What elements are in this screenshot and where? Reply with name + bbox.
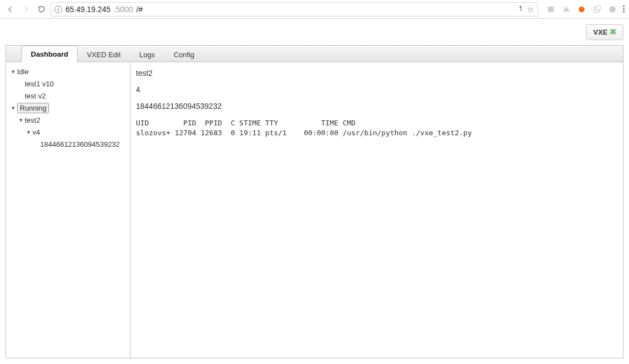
tab-dashboard[interactable]: Dashboard <box>21 46 78 62</box>
url-path: /# <box>136 5 143 14</box>
main-output: test2 4 18446612136094539232 UID PID PPI… <box>130 62 623 358</box>
tree-label: 18446612136094539232 <box>40 140 120 148</box>
bookmark-star-icon[interactable]: ☆ <box>527 5 534 14</box>
output-name: test2 <box>136 69 617 78</box>
extension-drive-icon[interactable] <box>561 4 571 14</box>
extension-orange-icon[interactable] <box>577 4 587 14</box>
tree-label-selected: Running <box>17 103 49 113</box>
main-panel: Dashboard VXED Edit Logs Config ▼ Idle ▼… <box>6 45 623 359</box>
tree-node-running[interactable]: ▼ Running <box>8 102 128 114</box>
address-bar[interactable]: i 65.49.19.245:5000/# ☆ <box>51 2 538 16</box>
url-port: :5000 <box>114 5 133 14</box>
extension-icon-1[interactable] <box>546 4 556 14</box>
tree-node-idle-child[interactable]: ▼ test1 v10 <box>8 78 128 90</box>
svg-point-5 <box>579 6 585 12</box>
tree-label: test1 v10 <box>25 80 54 88</box>
extension-box-icon[interactable] <box>592 4 602 14</box>
svg-rect-7 <box>596 5 600 10</box>
extension-globe-icon[interactable] <box>608 4 617 14</box>
svg-rect-1 <box>521 8 521 10</box>
forward-button[interactable] <box>20 3 32 15</box>
tree-node-leaf[interactable]: ▼ 18446612136094539232 <box>8 138 128 150</box>
tree-label: Idle <box>17 68 29 76</box>
vxe-button-suffix-icon: ⌘ <box>610 28 616 36</box>
vxe-button[interactable]: VXE ⌘ <box>586 24 623 40</box>
extensions-area <box>542 4 625 14</box>
output-version: 4 <box>136 85 617 94</box>
chevron-down-icon[interactable]: ▼ <box>9 69 17 75</box>
tree-sidebar: ▼ Idle ▼ test1 v10 ▼ test v2 ▼ Running ▼ <box>6 62 130 358</box>
tab-vxed-edit[interactable]: VXED Edit <box>78 46 130 62</box>
url-host: 65.49.19.245 <box>65 5 111 14</box>
tree-label: v4 <box>32 128 40 136</box>
output-ps: UID PID PPID C STIME TTY TIME CMD slozov… <box>136 118 617 138</box>
tree-label: test2 <box>25 116 40 124</box>
browser-toolbar: i 65.49.19.245:5000/# ☆ <box>0 0 629 19</box>
tree-node-idle[interactable]: ▼ Idle <box>8 65 128 78</box>
tab-config[interactable]: Config <box>165 46 204 62</box>
svg-rect-2 <box>521 9 522 10</box>
credentials-icon[interactable] <box>517 4 524 14</box>
svg-rect-3 <box>521 10 522 11</box>
page-header: VXE ⌘ <box>0 19 629 45</box>
output-id: 18446612136094539232 <box>136 102 617 111</box>
page-root: VXE ⌘ Dashboard VXED Edit Logs Config ▼ … <box>0 19 629 364</box>
chevron-down-icon[interactable]: ▼ <box>9 105 17 111</box>
tree-node-idle-child[interactable]: ▼ test v2 <box>8 90 128 102</box>
svg-rect-4 <box>548 6 554 12</box>
tree-label: test v2 <box>25 92 46 100</box>
back-button[interactable] <box>4 3 17 15</box>
chevron-down-icon[interactable]: ▼ <box>25 129 32 135</box>
reload-button[interactable] <box>35 3 47 15</box>
tree-node-v4[interactable]: ▼ v4 <box>8 126 128 138</box>
tree-node-test2[interactable]: ▼ test2 <box>8 114 128 126</box>
browser-menu-icon[interactable] <box>623 5 625 13</box>
svg-point-0 <box>519 6 522 8</box>
dashboard-content: ▼ Idle ▼ test1 v10 ▼ test v2 ▼ Running ▼ <box>6 62 623 358</box>
vxe-button-label: VXE <box>593 28 608 36</box>
site-info-icon[interactable]: i <box>54 5 62 13</box>
tab-bar: Dashboard VXED Edit Logs Config <box>6 46 623 62</box>
chevron-down-icon[interactable]: ▼ <box>17 117 25 123</box>
tab-logs[interactable]: Logs <box>130 46 164 62</box>
